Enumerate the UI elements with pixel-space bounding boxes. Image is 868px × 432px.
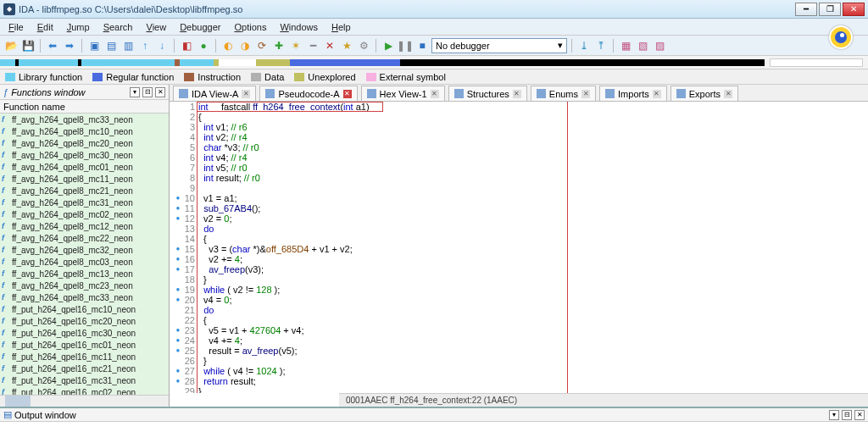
function-row[interactable]: fff_put_h264_qpel16_mc20_neon	[0, 315, 169, 327]
code-line[interactable]: ●24 v4 += 4;	[173, 335, 868, 346]
code-line[interactable]: 13 do	[173, 224, 868, 234]
tab-enums[interactable]: Enums✕	[531, 86, 596, 101]
open-icon[interactable]: 📂	[3, 38, 19, 53]
breakpoint-gutter[interactable]	[173, 163, 183, 173]
breakpoint-gutter[interactable]: ●	[173, 285, 183, 295]
menu-help[interactable]: Help	[325, 20, 358, 34]
code-line[interactable]: 2{	[173, 112, 868, 122]
menu-edit[interactable]: Edit	[31, 20, 60, 34]
breakpoint-gutter[interactable]: ●	[173, 264, 183, 274]
d2-icon[interactable]: ⤒	[593, 38, 609, 53]
function-row[interactable]: fff_avg_h264_qpel8_mc33_neon	[0, 291, 169, 303]
breakpoint-gutter[interactable]	[173, 183, 183, 193]
code-line[interactable]: ●19 while ( v2 != 128 );	[173, 285, 868, 295]
menu-windows[interactable]: Windows	[273, 20, 325, 34]
fwd-icon[interactable]: ➡	[62, 38, 77, 53]
menu-view[interactable]: View	[140, 20, 174, 34]
tab-ida-view-a[interactable]: IDA View-A✕	[173, 86, 256, 101]
function-row[interactable]: fff_avg_h264_qpel8_mc01_neon	[0, 161, 169, 173]
plus-icon[interactable]: ✚	[271, 38, 287, 53]
code-line[interactable]: ●15 v3 = (char *)&off_685D4 + v1 + v2;	[173, 244, 868, 254]
menu-jump[interactable]: Jump	[60, 20, 97, 34]
breakpoint-gutter[interactable]	[173, 224, 183, 234]
function-row[interactable]: fff_avg_h264_qpel8_mc23_neon	[0, 280, 169, 291]
r1-icon[interactable]: ◐	[220, 38, 236, 53]
breakpoint-gutter[interactable]	[173, 315, 183, 325]
breakpoint-gutter[interactable]	[173, 173, 183, 183]
breakpoint-gutter[interactable]	[173, 102, 183, 112]
breakpoint-gutter[interactable]: ●	[173, 244, 183, 254]
breakpoint-gutter[interactable]	[173, 142, 183, 152]
tab-exports[interactable]: Exports✕	[670, 86, 738, 101]
function-row[interactable]: fff_put_h264_qpel16_mc31_neon	[0, 374, 169, 386]
function-row[interactable]: fff_avg_h264_qpel8_mc03_neon	[0, 256, 169, 268]
minus-icon[interactable]: ━	[305, 38, 320, 53]
breakpoint-gutter[interactable]: ●	[173, 325, 183, 335]
breakpoint-gutter[interactable]: ●	[173, 203, 183, 213]
tab-close-icon[interactable]: ✕	[242, 90, 250, 98]
function-row[interactable]: fff_put_h264_qpel16_mc30_neon	[0, 327, 169, 339]
x-icon[interactable]: ✕	[322, 38, 337, 53]
function-row[interactable]: fff_put_h264_qpel16_mc11_neon	[0, 351, 169, 363]
go-icon[interactable]: ●	[196, 38, 211, 53]
code-line[interactable]: ●28 return result;	[173, 376, 868, 386]
tab-close-icon[interactable]: ✕	[581, 90, 590, 98]
breakpoint-gutter[interactable]	[173, 386, 183, 393]
code-line[interactable]: 7 int v5; // r0	[173, 163, 868, 173]
cfg-icon[interactable]: ⚙	[356, 38, 371, 53]
d1-icon[interactable]: ⤓	[576, 38, 592, 53]
breakpoint-gutter[interactable]	[173, 234, 183, 244]
functions-column-header[interactable]: Function name	[0, 100, 169, 114]
t1-icon[interactable]: ▣	[86, 38, 102, 53]
breakpoint-gutter[interactable]: ●	[173, 335, 183, 346]
hscrollbar[interactable]	[0, 395, 169, 407]
save-icon[interactable]: 💾	[20, 38, 36, 53]
tab-close-icon[interactable]: ✕	[513, 90, 521, 98]
breakpoint-gutter[interactable]: ●	[173, 366, 183, 376]
code-line[interactable]: ●25 result = av_freep(v5);	[173, 346, 868, 356]
menu-options[interactable]: Options	[227, 20, 273, 34]
tab-imports[interactable]: Imports✕	[599, 86, 667, 101]
w1-icon[interactable]: ▦	[618, 38, 633, 53]
code-line[interactable]: 21 do	[173, 305, 868, 315]
w3-icon[interactable]: ▨	[652, 38, 667, 53]
back-icon[interactable]: ⬅	[45, 38, 60, 53]
r3-icon[interactable]: ⟳	[254, 38, 270, 53]
output-pin-button[interactable]: ⊟	[842, 410, 852, 420]
pane-pin-button[interactable]: ⊟	[142, 87, 153, 97]
breakpoint-gutter[interactable]	[173, 305, 183, 315]
star-icon[interactable]: ✶	[288, 38, 303, 53]
code-line[interactable]: 18 }	[173, 274, 868, 285]
flag-icon[interactable]: ◧	[179, 38, 194, 53]
code-line[interactable]: 8 int result; // r0	[173, 173, 868, 183]
nav-overview[interactable]	[0, 56, 868, 69]
function-row[interactable]: fff_avg_h264_qpel8_mc20_neon	[0, 137, 169, 149]
code-line[interactable]: 9	[173, 183, 868, 193]
up-icon[interactable]: ↑	[137, 38, 153, 53]
function-row[interactable]: fff_avg_h264_qpel8_mc31_neon	[0, 197, 169, 208]
function-row[interactable]: fff_avg_h264_qpel8_mc10_neon	[0, 125, 169, 137]
w2-icon[interactable]: ▧	[635, 38, 650, 53]
breakpoint-gutter[interactable]: ●	[173, 295, 183, 305]
output-menu-button[interactable]: ▾	[829, 410, 839, 420]
breakpoint-gutter[interactable]	[173, 122, 183, 132]
breakpoint-gutter[interactable]	[173, 152, 183, 163]
functions-list[interactable]: fff_avg_h264_qpel8_mc33_neonfff_avg_h264…	[0, 114, 169, 395]
debugger-combo[interactable]: No debugger▾	[431, 38, 567, 53]
code-line[interactable]: 14 {	[173, 234, 868, 244]
stop-icon[interactable]: ■	[415, 38, 430, 53]
function-row[interactable]: fff_avg_h264_qpel8_mc02_neon	[0, 208, 169, 220]
code-line[interactable]: 29}	[173, 386, 868, 393]
function-row[interactable]: fff_avg_h264_qpel8_mc13_neon	[0, 268, 169, 280]
maximize-button[interactable]: ❐	[819, 3, 841, 16]
menu-debugger[interactable]: Debugger	[173, 20, 227, 34]
output-close-button[interactable]: ✕	[854, 410, 865, 420]
breakpoint-gutter[interactable]: ●	[173, 193, 183, 203]
run-icon[interactable]: ▶	[381, 38, 396, 53]
tab-close-icon[interactable]: ✕	[724, 90, 732, 98]
code-line[interactable]: 3 int v1; // r6	[173, 122, 868, 132]
breakpoint-gutter[interactable]	[173, 112, 183, 122]
code-line[interactable]: 6 int v4; // r4	[173, 152, 868, 163]
t2-icon[interactable]: ▤	[103, 38, 119, 53]
function-row[interactable]: fff_put_h264_qpel16_mc10_neon	[0, 303, 169, 315]
